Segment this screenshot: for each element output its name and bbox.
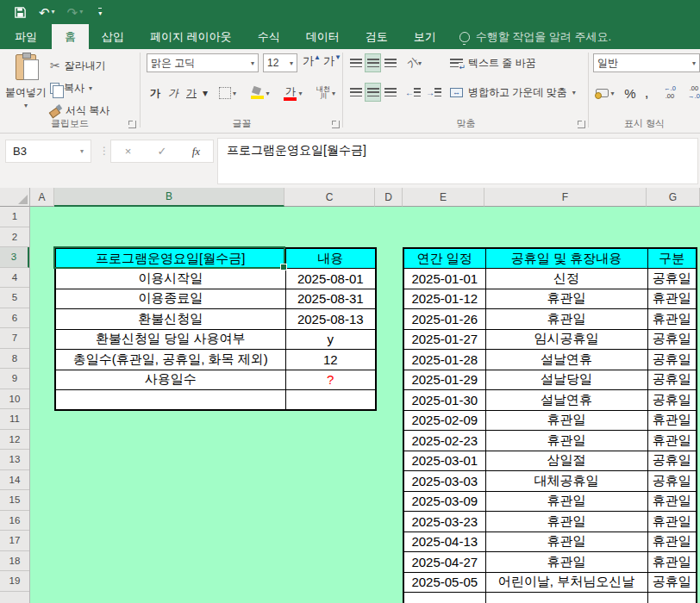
cell-E7[interactable]: 2025-01-27 xyxy=(403,329,485,350)
tab-홈[interactable]: 홈 xyxy=(52,24,89,49)
font-size-combobox[interactable]: 12 ▾ xyxy=(263,53,297,72)
phonetic-button[interactable]: 내천川 ▾ xyxy=(311,83,341,103)
cell-G5[interactable]: 휴관일 xyxy=(647,289,697,309)
row-header-9[interactable]: 9 xyxy=(0,369,29,389)
cell-F20[interactable] xyxy=(485,593,647,603)
formula-bar-input[interactable]: 프로그램운영요일[월수금] xyxy=(217,138,698,184)
cell-F16[interactable]: 휴관일 xyxy=(485,512,647,532)
underline-button[interactable]: 가 xyxy=(183,83,200,103)
select-all-corner[interactable] xyxy=(0,188,30,207)
cell-F12[interactable]: 휴관일 xyxy=(485,431,647,451)
cell-G10[interactable]: 공휴일 xyxy=(647,390,697,411)
cell-B8[interactable]: 총일수(휴관일, 공휴일, 화목 제외) xyxy=(55,350,285,370)
cell-G4[interactable]: 공휴일 xyxy=(647,269,697,289)
cell-B4[interactable]: 이용시작일 xyxy=(55,269,285,289)
row-header-4[interactable]: 4 xyxy=(0,268,29,289)
number-format-combobox[interactable]: 일반 ▾ xyxy=(593,53,700,72)
row-header-12[interactable]: 12 xyxy=(0,430,29,451)
column-header-F[interactable]: F xyxy=(484,188,647,207)
insert-function-button[interactable]: fx xyxy=(179,140,213,162)
cell-E4[interactable]: 2025-01-01 xyxy=(403,269,485,289)
cell-G11[interactable]: 휴관일 xyxy=(647,410,697,431)
font-color-button[interactable]: 가 ▾ xyxy=(278,83,308,103)
cell-E17[interactable]: 2025-04-13 xyxy=(403,532,485,552)
cell-B7[interactable]: 환불신청일 당일 사용여부 xyxy=(55,329,285,350)
row-header-19[interactable]: 19 xyxy=(0,571,29,592)
cell-F8[interactable]: 설날연휴 xyxy=(485,350,647,370)
save-icon[interactable] xyxy=(14,6,27,19)
cell-F10[interactable]: 설날연휴 xyxy=(485,390,647,411)
cell-G14[interactable]: 공휴일 xyxy=(647,471,697,492)
cell-F7[interactable]: 임시공휴일 xyxy=(485,329,647,350)
cell-G13[interactable]: 공휴일 xyxy=(647,451,697,471)
cell-B10[interactable] xyxy=(55,390,285,411)
tell-me-box[interactable]: 수행할 작업을 알려 주세요. xyxy=(459,24,611,49)
cell-E9[interactable]: 2025-01-29 xyxy=(403,370,485,390)
customize-qat-icon[interactable]: ▾ xyxy=(98,8,102,17)
row-header-7[interactable]: 7 xyxy=(0,328,29,349)
column-header-G[interactable]: G xyxy=(647,188,700,207)
undo-caret-icon[interactable]: ▾ xyxy=(52,9,55,16)
underline-caret-icon[interactable]: ▾ xyxy=(201,83,209,103)
row-header-2[interactable]: 2 xyxy=(0,227,29,248)
wrap-text-button[interactable]: 텍스트 줄 바꿈 xyxy=(450,53,536,73)
cell-F3[interactable]: 공휴일 및 휴장내용 xyxy=(485,248,647,269)
cell-C4[interactable]: 2025-08-01 xyxy=(285,269,376,289)
cell-F6[interactable]: 휴관일 xyxy=(485,309,647,330)
decrease-indent-button[interactable]: ← xyxy=(403,83,422,102)
sheet-body[interactable]: 12345678910111213141516171819 프로그램운영요일[월… xyxy=(0,207,700,603)
increase-font-size-button[interactable]: 가▲ xyxy=(303,53,321,72)
tab-보기[interactable]: 보기 xyxy=(401,24,449,49)
enter-button[interactable]: ✓ xyxy=(145,140,178,162)
percent-style-button[interactable]: % xyxy=(622,83,639,103)
merge-center-button[interactable]: ↔ 병합하고 가운데 맞춤 ▾ xyxy=(450,82,576,103)
accounting-format-button[interactable]: ▾ xyxy=(593,83,617,103)
cell-G8[interactable]: 공휴일 xyxy=(647,350,697,370)
tab-삽입[interactable]: 삽입 xyxy=(89,24,137,49)
cell-E5[interactable]: 2025-01-12 xyxy=(403,289,485,309)
tab-데이터[interactable]: 데이터 xyxy=(293,24,353,49)
cell-E18[interactable]: 2025-04-27 xyxy=(403,552,485,573)
row-header-5[interactable]: 5 xyxy=(0,288,29,308)
cell-C3[interactable]: 내용 xyxy=(285,248,376,269)
row-header-13[interactable]: 13 xyxy=(0,450,29,470)
tab-페이지 레이아웃[interactable]: 페이지 레이아웃 xyxy=(137,24,245,49)
align-bottom-button[interactable] xyxy=(382,53,398,72)
cell-F9[interactable]: 설날당일 xyxy=(485,370,647,390)
cell-G20[interactable] xyxy=(647,593,697,603)
align-right-button[interactable] xyxy=(382,83,398,102)
cell-G3[interactable]: 구분 xyxy=(647,248,697,269)
cell-E3[interactable]: 연간 일정 xyxy=(403,248,485,269)
cell-G17[interactable]: 휴관일 xyxy=(647,532,697,552)
cell-B5[interactable]: 이용종료일 xyxy=(55,289,285,309)
row-header-8[interactable]: 8 xyxy=(0,349,29,370)
row-header-18[interactable]: 18 xyxy=(0,551,29,572)
clipboard-dialog-launcher-icon[interactable] xyxy=(128,121,136,128)
font-dialog-launcher-icon[interactable] xyxy=(332,121,340,128)
row-header-10[interactable]: 10 xyxy=(0,389,29,410)
cell-E10[interactable]: 2025-01-30 xyxy=(403,390,485,411)
cell-E11[interactable]: 2025-02-09 xyxy=(403,410,485,431)
column-header-C[interactable]: C xyxy=(284,188,375,207)
copy-button[interactable]: 복사 ▾ xyxy=(50,78,92,97)
row-header-3[interactable]: 3 xyxy=(0,247,29,268)
name-box[interactable]: B3 ▾ xyxy=(5,140,91,163)
cell-F19[interactable]: 어린이날, 부처님오신날 xyxy=(485,572,647,593)
column-header-D[interactable]: D xyxy=(375,188,403,207)
cell-E12[interactable]: 2025-02-23 xyxy=(403,431,485,451)
row-header-15[interactable]: 15 xyxy=(0,490,29,511)
decrease-font-size-button[interactable]: 가▼ xyxy=(323,53,341,72)
cell-G15[interactable]: 휴관일 xyxy=(647,491,697,512)
cell-F11[interactable]: 휴관일 xyxy=(485,410,647,431)
cell-G6[interactable]: 휴관일 xyxy=(647,309,697,330)
formula-bar-splitter-icon[interactable]: ⋮ xyxy=(99,145,109,157)
cell-C7[interactable]: y xyxy=(285,329,376,350)
cell-C5[interactable]: 2025-08-31 xyxy=(285,289,376,309)
borders-button[interactable]: ▾ xyxy=(215,83,241,103)
row-header-6[interactable]: 6 xyxy=(0,308,29,329)
cell-F15[interactable]: 휴관일 xyxy=(485,491,647,512)
row-header-17[interactable]: 17 xyxy=(0,531,29,551)
cell-B3[interactable]: 프로그램운영요일[월수금] xyxy=(55,248,285,269)
row-header-1[interactable]: 1 xyxy=(0,207,29,227)
cell-G19[interactable]: 공휴일 xyxy=(647,572,697,593)
